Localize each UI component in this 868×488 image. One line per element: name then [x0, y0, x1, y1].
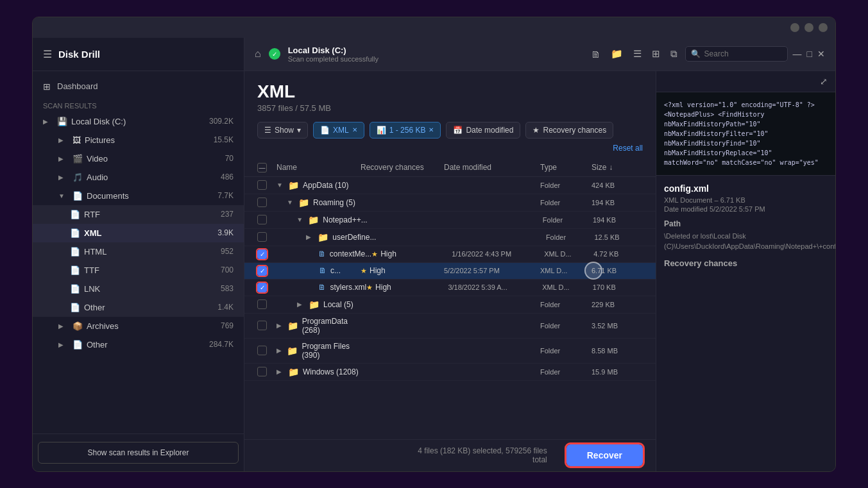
folder-icon[interactable]: 📁 — [608, 46, 625, 62]
date-filter-label: Date modified — [466, 126, 513, 135]
table-row[interactable]: ▶ 📁 ProgramData (268) Folder 3.52 MB — [244, 314, 656, 339]
expand-icon[interactable]: ▶ — [277, 322, 284, 329]
split-view-icon[interactable]: ⧉ — [668, 46, 680, 62]
sidebar-item-documents[interactable]: ▼ 📄 Documents 7.7K — [33, 187, 244, 205]
row-size: 194 KB — [593, 216, 643, 224]
show-filter-button[interactable]: ☰ Show ▾ — [257, 122, 308, 139]
sidebar-item-dashboard[interactable]: ⊞ Dashboard — [33, 76, 244, 97]
row-checkbox[interactable] — [257, 249, 276, 259]
sidebar-item-other[interactable]: ▶ 📄 Other 284.7K — [33, 335, 244, 354]
row-checkbox[interactable] — [257, 198, 277, 207]
header-checkbox[interactable]: — — [257, 163, 277, 172]
table-row[interactable]: ▼ 📁 AppData (10) Folder 424 KB — [244, 177, 656, 194]
table-row[interactable]: ▶ 📁 Windows (1208) Folder 15.9 MB — [244, 364, 656, 381]
table-row[interactable]: 🗎 stylers.xml ★ High 3/18/2022 5:39 A...… — [244, 280, 656, 296]
search-box[interactable]: 🔍 — [685, 46, 788, 62]
table-row[interactable]: ▶ 📁 Local (5) Folder 229 KB — [244, 296, 656, 314]
grid-view-icon[interactable]: ⊞ — [649, 46, 663, 62]
list-view-icon[interactable]: ☰ — [631, 46, 644, 62]
sort-icon[interactable]: ↓ — [609, 163, 613, 172]
recover-button[interactable]: Recover — [566, 444, 643, 466]
table-row[interactable]: ▶ 📁 Program Files (390) Folder 8.58 MB — [244, 339, 656, 364]
row-date: 1/16/2022 4:43 PM — [452, 250, 544, 258]
maximize-icon[interactable]: □ — [807, 49, 812, 59]
expand-arrow-icon: ▶ — [58, 341, 69, 348]
table-row[interactable]: ▼ 📁 Roaming (5) Folder 194 KB — [244, 194, 656, 212]
star-icon: ★ — [371, 250, 378, 258]
table-row[interactable]: 🗎 contextMe... ★ High 1/16/2022 4:43 PM … — [244, 246, 656, 263]
close-icon[interactable]: ✕ — [817, 49, 825, 59]
row-checkbox[interactable] — [257, 232, 275, 242]
row-checkbox[interactable] — [257, 180, 277, 190]
checkbox[interactable] — [257, 346, 267, 355]
checkbox[interactable] — [257, 299, 267, 309]
minimize-icon[interactable]: — — [793, 49, 802, 59]
sidebar-item-pictures[interactable]: ▶ 🖼 Pictures 15.5K — [33, 131, 244, 149]
scan-results-label: Scan results — [33, 97, 244, 112]
show-label: Show — [275, 126, 294, 135]
select-all-checkbox[interactable]: — — [257, 163, 267, 172]
sidebar-item-ttf[interactable]: 📄 TTF 700 — [33, 261, 244, 280]
star-filter-icon: ★ — [532, 126, 540, 135]
table-row[interactable]: 🗎 c... ★ High 5/2/2022 5:57 PM XML D... — [244, 263, 656, 280]
maximize-button[interactable] — [804, 23, 813, 32]
expand-icon[interactable]: ▶ — [277, 368, 284, 375]
size-filter-close[interactable]: ✕ — [429, 126, 434, 133]
row-checkbox[interactable] — [257, 367, 277, 376]
close-button[interactable] — [819, 23, 828, 32]
sidebar-item-local-disk[interactable]: ▶ 💾 Local Disk (C:) 309.2K — [33, 112, 244, 131]
row-checkbox[interactable] — [257, 346, 277, 355]
checkbox[interactable] — [257, 266, 267, 276]
chevron-down-icon: ▾ — [297, 126, 301, 135]
expand-icon[interactable]: ▼ — [296, 216, 304, 223]
expand-icon[interactable]: ▶ — [277, 347, 283, 354]
sidebar-item-lnk[interactable]: 📄 LNK 583 — [33, 280, 244, 298]
expand-icon[interactable]: ▶ — [297, 301, 305, 308]
sidebar-item-archives[interactable]: ▶ 📦 Archives 769 — [33, 317, 244, 335]
home-button[interactable]: ⌂ — [255, 48, 261, 60]
column-recovery: Recovery chances — [361, 163, 444, 172]
sidebar-item-other-docs[interactable]: 📄 Other 1.4K — [33, 298, 244, 317]
reset-all-button[interactable]: Reset all — [613, 144, 643, 153]
date-filter-button[interactable]: 📅 Date modified — [446, 122, 520, 139]
row-checkbox[interactable] — [257, 299, 277, 309]
expand-icon[interactable]: ▼ — [277, 181, 284, 189]
checkbox[interactable] — [257, 249, 267, 259]
xml-filter-close[interactable]: ✕ — [352, 126, 357, 133]
sidebar-item-video[interactable]: ▶ 🎬 Video 70 — [33, 149, 244, 168]
column-type: Type — [540, 163, 591, 172]
expand-icon[interactable]: ▶ — [306, 233, 314, 240]
checkbox[interactable] — [257, 180, 267, 190]
row-checkbox[interactable] — [257, 321, 277, 330]
table-row[interactable]: ▼ 📁 Notepad++... Folder 194 KB — [244, 212, 656, 229]
dashboard-label: Dashboard — [57, 81, 98, 91]
sidebar-item-html[interactable]: 📄 HTML 952 — [33, 242, 244, 261]
folder-icon: 📁 — [287, 321, 298, 331]
checkbox[interactable] — [257, 367, 267, 376]
size-filter-tag[interactable]: 📊 1 - 256 KB ✕ — [370, 122, 441, 139]
sidebar-item-audio[interactable]: ▶ 🎵 Audio 486 — [33, 168, 244, 187]
xml-icon: 📄 — [70, 228, 80, 238]
recovery-filter-button[interactable]: ★ Recovery chances — [525, 122, 613, 139]
search-input[interactable] — [704, 49, 782, 58]
xml-filter-tag[interactable]: 📄 XML ✕ — [313, 122, 364, 139]
checkbox[interactable] — [257, 198, 267, 207]
row-checkbox[interactable] — [257, 215, 276, 224]
expand-preview-icon[interactable]: ⤢ — [820, 76, 828, 87]
checkbox[interactable] — [257, 232, 267, 242]
new-file-icon[interactable]: 🗎 — [588, 46, 603, 62]
expand-icon[interactable]: ▼ — [287, 199, 294, 206]
hamburger-icon[interactable]: ☰ — [43, 48, 52, 60]
minimize-button[interactable] — [790, 23, 799, 32]
recovery-filter-label: Recovery chances — [543, 126, 606, 135]
checkbox[interactable] — [257, 215, 267, 224]
checkbox[interactable] — [257, 283, 267, 292]
row-checkbox[interactable] — [257, 283, 276, 292]
show-scan-results-button[interactable]: Show scan results in Explorer — [38, 442, 239, 464]
sidebar-item-rtf[interactable]: 📄 RTF 237 — [33, 205, 244, 224]
file-table: — Name Recovery chances Date modified Ty… — [244, 159, 656, 439]
sidebar-item-xml[interactable]: 📄 XML 3.9K — [33, 224, 244, 242]
checkbox[interactable] — [257, 321, 267, 330]
row-checkbox[interactable] — [257, 266, 277, 276]
table-row[interactable]: ▶ 📁 userDefine... Folder 12.5 KB — [244, 229, 656, 246]
